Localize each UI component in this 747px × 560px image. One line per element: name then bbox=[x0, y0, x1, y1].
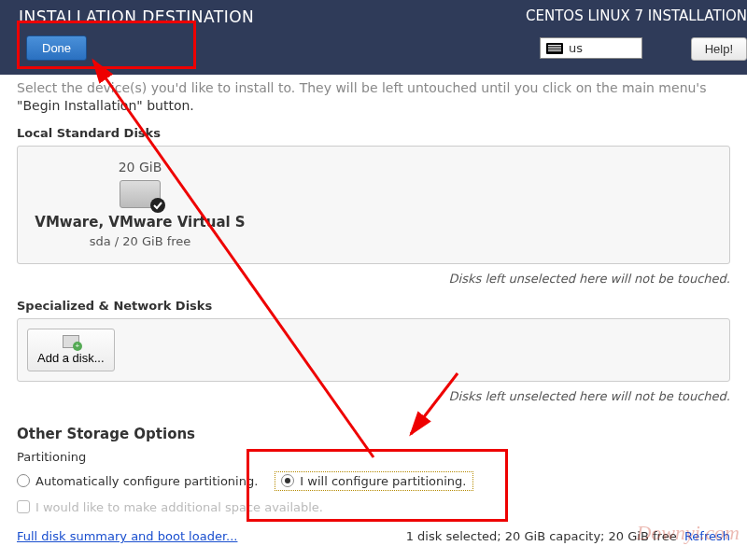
partitioning-label: Partitioning bbox=[17, 450, 730, 464]
radio-manual-partition[interactable]: I will configure partitioning. bbox=[275, 471, 472, 491]
selection-status: 1 disk selected; 20 GiB capacity; 20 GiB… bbox=[406, 529, 730, 543]
radio-icon bbox=[281, 474, 294, 487]
distro-title: CENTOS LINUX 7 INSTALLATION bbox=[526, 7, 747, 24]
local-disks-note: Disks left unselected here will not be t… bbox=[17, 272, 730, 286]
network-disks-label: Specialized & Network Disks bbox=[17, 299, 730, 313]
harddrive-icon bbox=[120, 180, 161, 208]
radio-auto-label: Automatically configure partitioning. bbox=[35, 474, 258, 488]
radio-manual-label: I will configure partitioning. bbox=[300, 474, 466, 488]
help-button[interactable]: Help! bbox=[691, 37, 747, 61]
add-disk-button[interactable]: Add a disk... bbox=[27, 329, 115, 371]
disk-subtext: sda / 20 GiB free bbox=[33, 234, 247, 248]
refresh-link[interactable]: Refresh bbox=[684, 529, 730, 543]
keyboard-icon bbox=[546, 43, 563, 54]
local-disks-area: 20 GiB VMware, VMware Virtual S sda / 20… bbox=[17, 146, 730, 264]
checkbox-additional-label: I would like to make additional space av… bbox=[35, 500, 323, 514]
selected-check-icon bbox=[150, 198, 165, 213]
network-disks-note: Disks left unselected here will not be t… bbox=[17, 389, 730, 403]
intro-text-line1: Select the device(s) you'd like to insta… bbox=[17, 79, 730, 98]
page-title: INSTALLATION DESTINATION bbox=[19, 7, 254, 26]
add-disk-label: Add a disk... bbox=[37, 351, 105, 365]
radio-auto-partition[interactable]: Automatically configure partitioning. bbox=[17, 474, 258, 488]
local-disks-label: Local Standard Disks bbox=[17, 126, 730, 140]
disk-capacity: 20 GiB bbox=[33, 160, 247, 175]
radio-icon bbox=[17, 474, 30, 487]
network-disks-area: Add a disk... bbox=[17, 318, 730, 382]
disk-summary-link[interactable]: Full disk summary and boot loader... bbox=[17, 529, 237, 543]
checkbox-additional-space[interactable] bbox=[17, 500, 30, 513]
done-button[interactable]: Done bbox=[26, 35, 87, 61]
intro-text-line2: "Begin Installation" button. bbox=[17, 98, 730, 113]
keyboard-layout-label: us bbox=[569, 41, 583, 55]
add-disk-icon bbox=[63, 335, 79, 348]
disk-name: VMware, VMware Virtual S bbox=[33, 214, 247, 231]
keyboard-indicator[interactable]: us bbox=[540, 37, 642, 59]
disk-item[interactable]: 20 GiB VMware, VMware Virtual S sda / 20… bbox=[33, 160, 247, 248]
storage-options-title: Other Storage Options bbox=[17, 426, 730, 442]
